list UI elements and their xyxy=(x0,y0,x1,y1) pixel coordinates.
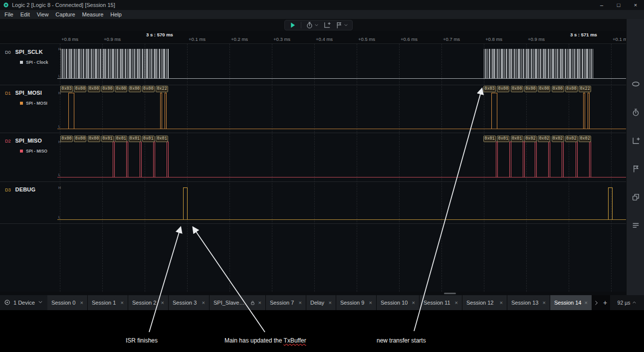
sidebar-measure-icon[interactable] xyxy=(631,136,640,145)
tab-session-7[interactable]: Session 7× xyxy=(266,295,306,310)
minimize-button[interactable]: – xyxy=(593,0,610,10)
annotation-text: ISR finishes xyxy=(126,337,158,344)
decoded-byte: 0x00 xyxy=(552,86,564,92)
signal-pulse xyxy=(183,187,188,219)
tab-session-10[interactable]: Session 10× xyxy=(377,295,420,310)
tab-close-button[interactable]: × xyxy=(202,300,205,306)
close-button[interactable]: × xyxy=(627,0,644,10)
tab-session-0[interactable]: Session 0× xyxy=(47,295,88,310)
channel-label-spi-miso[interactable]: D2SPI_MISO xyxy=(5,138,42,144)
tab-label: Session 1 xyxy=(92,300,118,306)
notes-icon xyxy=(632,221,640,230)
tab-close-button[interactable]: × xyxy=(161,300,164,306)
chevron-down-icon xyxy=(314,23,319,27)
tab-close-button[interactable]: × xyxy=(299,300,302,306)
signal-pulse xyxy=(608,187,613,219)
channel-separator xyxy=(0,133,626,133)
decoded-byte: 0x00 xyxy=(88,136,100,142)
ruler-tick-label: +0.6 ms xyxy=(401,36,418,42)
tab-close-button[interactable]: × xyxy=(329,300,332,306)
channel-separator xyxy=(0,223,626,224)
timeline-gridline xyxy=(611,44,612,292)
tab-overflow-button[interactable] xyxy=(592,295,600,310)
sidebar-capsule-icon[interactable] xyxy=(631,79,640,88)
tab-session-2[interactable]: Session 2× xyxy=(128,295,169,310)
analyzer-row[interactable]: SPI - MOSI xyxy=(20,101,47,106)
tab-session-13[interactable]: Session 13× xyxy=(507,295,550,310)
analyzer-color-swatch xyxy=(20,150,23,153)
menu-edit[interactable]: Edit xyxy=(17,11,33,17)
tab-session-1[interactable]: Session 1× xyxy=(88,295,128,310)
decoded-byte: 0x02 xyxy=(565,136,578,142)
tab-label: Session 9 xyxy=(340,300,366,306)
signal-pulse xyxy=(588,93,590,129)
menu-capture[interactable]: Capture xyxy=(52,11,78,17)
scrollbar-thumb[interactable] xyxy=(444,293,456,294)
horizontal-scrollbar[interactable] xyxy=(0,292,626,295)
channel-label-spi-mosi[interactable]: D1SPI_MOSI xyxy=(5,90,42,96)
menu-view[interactable]: View xyxy=(33,11,52,17)
analyzer-row[interactable]: SPI - MISO xyxy=(20,149,47,154)
tab-session-3[interactable]: Session 3× xyxy=(169,295,210,310)
annotations-button[interactable] xyxy=(335,21,348,29)
signal-pulse xyxy=(496,142,498,177)
channel-id: D0 xyxy=(5,50,11,55)
sidebar-timer-icon[interactable] xyxy=(631,108,640,117)
waveform-area[interactable]: D0SPI_SCLKSPI - ClockHLD1SPI_MOSISPI - M… xyxy=(0,44,626,295)
timing-display[interactable]: 92 µs xyxy=(610,295,644,310)
sidebar-windows-icon[interactable] xyxy=(631,192,640,201)
decoded-byte: 0x00 xyxy=(101,86,114,92)
sidebar-notes-icon[interactable] xyxy=(631,221,640,230)
signal-pulse xyxy=(153,142,155,177)
analyzer-row[interactable]: SPI - Clock xyxy=(20,60,48,65)
tab-close-button[interactable]: × xyxy=(585,300,588,306)
tab-label: Session 10 xyxy=(381,300,409,306)
maximize-button[interactable]: □ xyxy=(610,0,627,10)
tab-delay[interactable]: Delay× xyxy=(306,295,336,310)
ruler-tick-label: +0.9 ms xyxy=(528,36,545,42)
tab-label: Session 13 xyxy=(511,300,540,306)
channel-label-spi-sclk[interactable]: D0SPI_SCLK xyxy=(5,49,43,55)
wave-baseline xyxy=(57,129,626,129)
tab-session-9[interactable]: Session 9× xyxy=(336,295,377,310)
channel-separator xyxy=(0,181,626,182)
decoded-byte: 0x01 xyxy=(511,136,523,142)
tab-close-button[interactable]: × xyxy=(258,300,261,306)
channel-label-debug[interactable]: D3DEBUG xyxy=(5,186,35,192)
play-icon xyxy=(289,21,296,29)
analyzer-color-swatch xyxy=(20,102,23,105)
decoded-byte: 0x22 xyxy=(579,86,591,92)
tab-close-button[interactable]: × xyxy=(80,300,83,306)
decoded-byte: 0x02 xyxy=(538,136,550,142)
tab-close-button[interactable]: × xyxy=(121,300,124,306)
play-button[interactable] xyxy=(289,21,296,29)
app-logo-icon xyxy=(3,2,9,8)
timeline-ruler[interactable]: +0.8 ms+0.9 ms3 s : 570 ms+0.1 ms+0.2 ms… xyxy=(0,31,626,44)
tab-close-button[interactable]: × xyxy=(455,300,458,306)
new-tab-button[interactable]: + xyxy=(600,295,610,310)
tab-close-button[interactable]: × xyxy=(412,300,415,306)
flag-icon xyxy=(632,165,640,173)
decoded-byte: 0x03 xyxy=(60,86,73,92)
sidebar-flag-icon[interactable] xyxy=(631,164,640,173)
tab-session-14[interactable]: Session 14× xyxy=(550,295,592,310)
add-measurement-button[interactable] xyxy=(323,21,331,29)
tab-close-button[interactable]: × xyxy=(369,300,372,306)
timer-settings-button[interactable] xyxy=(306,21,319,29)
tab-spi-slave-hal[interactable]: SPI_Slave_HAL× xyxy=(210,295,266,310)
window-title: Logic 2 [Logic 8 - Connected] [Session 1… xyxy=(12,2,115,8)
timer-icon xyxy=(632,108,640,117)
menu-file[interactable]: File xyxy=(1,11,17,17)
device-button[interactable]: 1 Device xyxy=(0,295,47,310)
menu-help[interactable]: Help xyxy=(107,11,125,17)
analyzer-name: SPI - MISO xyxy=(26,149,47,154)
level-low-marker: L xyxy=(58,74,60,78)
chevron-right-icon xyxy=(594,300,599,306)
menu-measure[interactable]: Measure xyxy=(79,11,107,17)
tab-close-button[interactable]: × xyxy=(543,300,546,306)
tab-close-button[interactable]: × xyxy=(500,300,503,306)
tab-session-12[interactable]: Session 12× xyxy=(462,295,507,310)
signal-pulse xyxy=(523,142,525,177)
device-icon xyxy=(4,299,10,307)
tab-session-11[interactable]: Session 11× xyxy=(420,295,462,310)
